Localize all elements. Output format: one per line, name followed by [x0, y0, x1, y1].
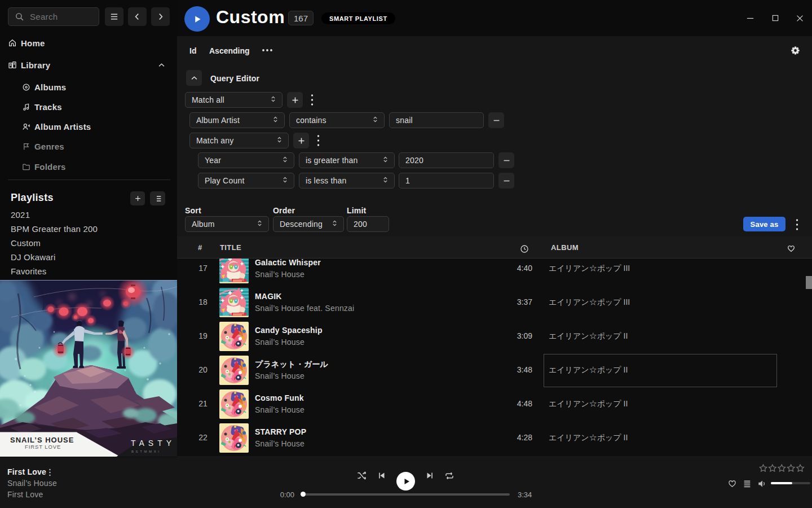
svg-text:FIRST LOVE: FIRST LOVE — [25, 444, 61, 450]
svg-text:BSTMMXI: BSTMMXI — [131, 450, 161, 453]
svg-text:TASTY: TASTY — [131, 439, 175, 448]
